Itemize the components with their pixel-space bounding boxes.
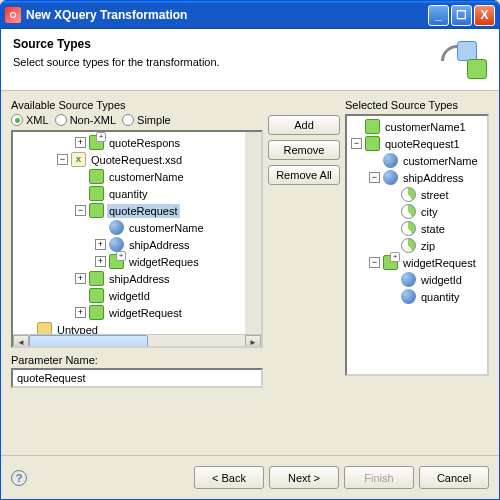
element-icon	[89, 169, 104, 184]
attribute-icon	[401, 272, 416, 287]
scroll-left-icon[interactable]: ◄	[13, 335, 29, 348]
tree-node[interactable]: +widgetRequest	[13, 304, 245, 321]
tree-node[interactable]: −widgetRequest	[349, 254, 485, 271]
element-icon	[89, 203, 104, 218]
tree-node[interactable]: −shipAddress	[349, 169, 485, 186]
field-icon	[401, 204, 416, 219]
element-icon	[89, 305, 104, 320]
collapse-icon[interactable]: −	[351, 138, 362, 149]
element-icon	[89, 271, 104, 286]
tree-node[interactable]: widgetId	[349, 271, 485, 288]
scrollbar-vertical[interactable]	[245, 132, 261, 334]
tree-node[interactable]: Untyped	[13, 321, 245, 334]
element-icon	[89, 288, 104, 303]
radio-dot-icon	[55, 114, 67, 126]
add-button[interactable]: Add	[268, 115, 340, 135]
element-plus-icon	[383, 255, 398, 270]
collapse-icon[interactable]: −	[75, 205, 86, 216]
element-plus-icon	[89, 135, 104, 150]
banner-sub: Select source types for the transformati…	[13, 56, 417, 68]
element-plus-icon	[109, 254, 124, 269]
minimize-button[interactable]: _	[428, 5, 449, 26]
collapse-icon[interactable]: −	[369, 257, 380, 268]
attribute-icon	[401, 289, 416, 304]
attribute-icon	[383, 153, 398, 168]
dialog-window: O New XQuery Transformation _ ☐ X Source…	[0, 0, 500, 500]
back-button[interactable]: < Back	[194, 466, 264, 489]
field-icon	[401, 221, 416, 236]
tree-node[interactable]: −QuoteRequest.xsd	[13, 151, 245, 168]
expand-icon[interactable]: +	[95, 256, 106, 267]
tree-node[interactable]: widgetId	[13, 287, 245, 304]
expand-icon[interactable]: +	[75, 307, 86, 318]
next-button[interactable]: Next >	[269, 466, 339, 489]
collapse-icon[interactable]: −	[369, 172, 380, 183]
remove-button[interactable]: Remove	[268, 140, 340, 160]
element-icon	[89, 186, 104, 201]
collapse-icon[interactable]: −	[57, 154, 68, 165]
tree-node[interactable]: quantity	[349, 288, 485, 305]
attribute-icon	[109, 237, 124, 252]
maximize-button[interactable]: ☐	[451, 5, 472, 26]
expand-icon[interactable]: +	[75, 137, 86, 148]
tree-node[interactable]: +widgetReques	[13, 253, 245, 270]
tree-node[interactable]: street	[349, 186, 485, 203]
help-icon[interactable]: ?	[11, 470, 27, 486]
field-icon	[401, 187, 416, 202]
titlebar: O New XQuery Transformation _ ☐ X	[1, 1, 499, 29]
footer: ? < Back Next > Finish Cancel	[1, 455, 499, 499]
banner-heading: Source Types	[13, 37, 417, 51]
scroll-thumb[interactable]	[29, 335, 148, 348]
banner: Source Types Select source types for the…	[1, 29, 499, 91]
scroll-right-icon[interactable]: ►	[245, 335, 261, 348]
field-icon	[401, 238, 416, 253]
parameter-name-input[interactable]: quoteRequest	[11, 368, 263, 388]
expand-icon[interactable]: +	[75, 273, 86, 284]
close-button[interactable]: X	[474, 5, 495, 26]
tree-node[interactable]: state	[349, 220, 485, 237]
app-icon: O	[5, 7, 21, 23]
tree-node[interactable]: zip	[349, 237, 485, 254]
folder-icon	[37, 322, 52, 334]
tree-node[interactable]: city	[349, 203, 485, 220]
radio-nonxml[interactable]: Non-XML	[55, 114, 116, 126]
finish-button: Finish	[344, 466, 414, 489]
radio-simple[interactable]: Simple	[122, 114, 171, 126]
remove-all-button[interactable]: Remove All	[268, 165, 340, 185]
tree-node[interactable]: customerName	[349, 152, 485, 169]
cancel-button[interactable]: Cancel	[419, 466, 489, 489]
tree-node-selected[interactable]: −quoteRequest	[13, 202, 245, 219]
tree-node[interactable]: +shipAddress	[13, 236, 245, 253]
tree-node[interactable]: +shipAddress	[13, 270, 245, 287]
scrollbar-horizontal[interactable]: ◄ ►	[13, 334, 261, 348]
tree-node[interactable]: customerName1	[349, 118, 485, 135]
window-title: New XQuery Transformation	[26, 8, 426, 22]
available-tree[interactable]: +quoteRespons −QuoteRequest.xsd customer…	[11, 130, 263, 348]
element-icon	[365, 136, 380, 151]
attribute-icon	[109, 220, 124, 235]
element-icon	[365, 119, 380, 134]
tree-node[interactable]: customerName	[13, 219, 245, 236]
attribute-icon	[383, 170, 398, 185]
tree-node[interactable]: customerName	[13, 168, 245, 185]
available-label: Available Source Types	[11, 99, 263, 111]
banner-graphic	[429, 29, 499, 90]
expand-icon[interactable]: +	[95, 239, 106, 250]
selected-label: Selected Source Types	[345, 99, 489, 111]
selected-tree[interactable]: customerName1 −quoteRequest1 customerNam…	[345, 114, 489, 376]
radio-dot-icon	[122, 114, 134, 126]
param-label: Parameter Name:	[11, 354, 263, 366]
radio-dot-icon	[11, 114, 23, 126]
tree-node[interactable]: quantity	[13, 185, 245, 202]
xsd-file-icon	[71, 152, 86, 167]
tree-node[interactable]: −quoteRequest1	[349, 135, 485, 152]
tree-node[interactable]: +quoteRespons	[13, 134, 245, 151]
source-type-radios: XML Non-XML Simple	[11, 114, 263, 126]
radio-xml[interactable]: XML	[11, 114, 49, 126]
